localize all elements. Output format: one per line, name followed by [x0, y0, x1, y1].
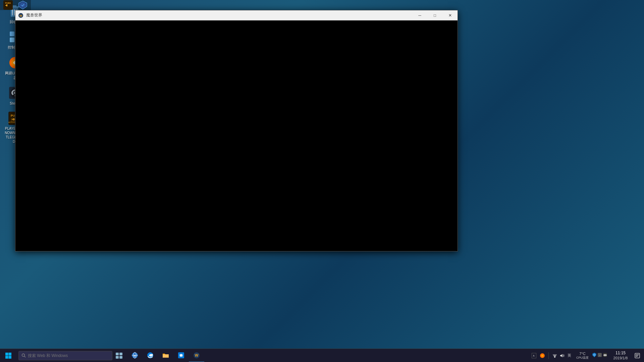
svg-rect-9: [10, 32, 14, 36]
tray-speaker-icon[interactable]: ♪: [597, 353, 602, 359]
minimize-button[interactable]: ─: [412, 10, 427, 20]
system-clock[interactable]: 11:15 2019/1/8: [609, 349, 632, 362]
system-tray: ∧: [532, 349, 644, 362]
svg-text:e: e: [134, 354, 136, 357]
svg-rect-69: [605, 354, 606, 355]
svg-rect-71: [605, 356, 606, 356]
start-button[interactable]: [0, 349, 17, 362]
top-app-icons: PUBG: [0, 0, 31, 10]
svg-text:♪: ♪: [599, 354, 600, 356]
svg-rect-68: [604, 354, 605, 355]
svg-point-39: [22, 354, 25, 356]
svg-text:PUBG: PUBG: [5, 2, 11, 4]
svg-line-40: [24, 356, 26, 357]
svg-rect-75: [636, 356, 638, 357]
svg-rect-52: [179, 355, 183, 355]
tray-power-icon[interactable]: [603, 353, 607, 359]
tray-notification-icons: [538, 353, 547, 358]
svg-rect-74: [636, 355, 638, 356]
close-button[interactable]: ✕: [442, 10, 458, 20]
search-icon: [21, 353, 26, 358]
taskbar-file-explorer-icon[interactable]: [158, 349, 173, 362]
taskbar-pinned-apps: e: [127, 349, 204, 362]
notification-icon: [635, 353, 640, 358]
svg-rect-50: [163, 354, 169, 358]
svg-text:W: W: [19, 14, 22, 17]
cpu-temp-value: 7°C: [579, 352, 585, 356]
clock-time: 11:15: [615, 351, 626, 356]
taskbar-wow-icon[interactable]: W: [189, 349, 204, 362]
tray-network-icon[interactable]: [551, 349, 558, 362]
svg-rect-36: [9, 353, 12, 356]
svg-rect-42: [119, 353, 122, 355]
cpu-temp-label: CPU温度: [576, 356, 589, 360]
window-content: [15, 20, 458, 251]
tray-language-icon[interactable]: 英: [566, 349, 573, 362]
svg-rect-58: [554, 356, 555, 358]
tray-volume-icon[interactable]: [559, 349, 566, 362]
app-window-wow: W 魔兽世界 ─ □ ✕: [15, 10, 458, 251]
top-pubg-icon[interactable]: PUBG: [1, 0, 15, 10]
svg-text:W: W: [195, 353, 199, 357]
svg-rect-43: [116, 356, 119, 359]
svg-point-57: [542, 355, 543, 356]
svg-rect-67: [603, 355, 607, 356]
task-view-icon: [116, 352, 122, 359]
svg-rect-35: [5, 353, 8, 356]
taskbar-edge-icon[interactable]: [143, 349, 158, 362]
svg-marker-61: [560, 354, 562, 357]
window-titlebar: W 魔兽世界 ─ □ ✕: [15, 10, 458, 20]
svg-rect-37: [5, 356, 8, 359]
tray-expand-button[interactable]: ∧: [532, 353, 536, 358]
tray-shield-icon[interactable]: [592, 352, 597, 359]
tray-separator: [548, 352, 549, 359]
svg-rect-59: [553, 355, 556, 356]
task-view-button[interactable]: [112, 349, 126, 362]
tray-uu-icon[interactable]: [540, 353, 545, 358]
tray-system-icons: 英: [550, 349, 574, 362]
svg-rect-73: [636, 354, 639, 355]
clock-date: 2019/1/8: [613, 356, 628, 360]
tray-cpu-temp[interactable]: 7°C CPU温度: [574, 349, 591, 362]
svg-rect-60: [553, 354, 557, 355]
notification-center-button[interactable]: [632, 349, 642, 362]
svg-rect-38: [9, 356, 12, 359]
tray-misc-icons: ♪: [591, 352, 609, 359]
window-app-icon: W: [17, 12, 24, 19]
taskbar-search-bar[interactable]: [18, 351, 112, 360]
svg-rect-11: [10, 38, 14, 42]
window-controls: ─ □ ✕: [412, 10, 458, 20]
taskbar-store-icon[interactable]: [173, 349, 189, 362]
taskbar-ie-icon[interactable]: e: [127, 349, 143, 362]
taskbar-search-input[interactable]: [28, 353, 109, 358]
window-title: 魔兽世界: [26, 12, 412, 18]
svg-rect-41: [116, 353, 119, 355]
maximize-button[interactable]: □: [427, 10, 442, 20]
top-armor-icon[interactable]: [16, 0, 30, 10]
svg-rect-44: [119, 356, 122, 359]
taskbar: e: [0, 349, 644, 362]
svg-rect-70: [604, 356, 605, 356]
